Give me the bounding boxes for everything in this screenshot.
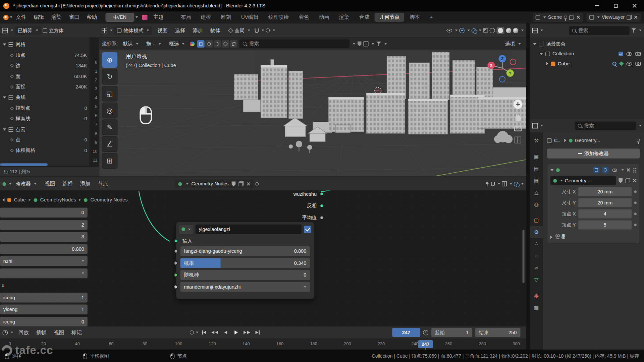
proportional-edit-icon[interactable] [266,28,270,32]
spreadsheet-row[interactable]: 面 60.0K [0,71,90,82]
chevron-down-icon[interactable] [196,331,198,333]
animate-dot-icon[interactable] [634,201,637,204]
chevron-down-icon[interactable] [521,183,524,185]
copy-icon[interactable] [238,181,244,186]
language-toggle-button[interactable]: 中/EN [106,13,135,22]
hide-viewport-icon[interactable] [626,62,632,65]
prev-keyframe-button[interactable] [210,328,220,337]
spreadsheet-row[interactable]: 体积栅格 0 [0,145,90,156]
spreadsheet-row[interactable]: 边 134K [0,61,90,71]
chevron-down-icon[interactable] [639,29,641,31]
node-dropdown-field[interactable]: miandemianji-xdayujunzhi [180,282,310,292]
spreadsheet-editor-icon[interactable] [2,28,8,33]
scene-selector[interactable]: Scene [533,13,583,22]
filter-icon[interactable] [631,28,636,33]
chevron-down-icon[interactable] [521,29,524,31]
lasso-select-toggle[interactable] [214,40,221,47]
frame-end-field[interactable]: 结束 250 [475,328,521,337]
pan-hand-icon[interactable] [515,114,521,121]
navigation-gizmo[interactable]: Z X Y [487,53,520,86]
animate-dot-icon[interactable] [634,190,637,193]
ortho-grid-icon[interactable] [515,137,521,143]
manage-section[interactable]: 管理 [550,234,637,241]
jump-end-button[interactable] [253,328,262,337]
options-dropdown[interactable]: 选项 [502,40,524,48]
chevron-down-icon[interactable] [639,125,641,126]
cube-object-row[interactable]: Cube [530,59,644,68]
jump-start-button[interactable] [199,328,209,337]
play-button[interactable] [231,328,241,337]
realtime-toggle[interactable] [602,167,609,173]
sidebar-dropdown[interactable] [0,268,88,278]
spreadsheet-row[interactable]: 曲线 [0,92,90,103]
viewport-tool-button[interactable]: ⊞ [102,153,118,169]
spreadsheet-row[interactable]: 控制点 0 [0,103,90,114]
socket[interactable] [174,249,178,253]
close-icon[interactable] [627,168,630,172]
menu-item[interactable]: 插帧 [33,326,50,339]
properties-tab-icon[interactable]: ▣ [530,150,543,163]
frame-start-field[interactable]: 起始 1 [431,328,472,337]
pin-icon[interactable] [637,139,640,142]
menu-item[interactable]: 节点 [94,178,112,190]
properties-tab-icon[interactable]: ◍ [530,198,543,210]
chevron-down-icon[interactable] [498,183,500,185]
chevron-down-icon[interactable] [622,169,624,171]
chevron-down-icon[interactable] [353,43,355,45]
breadcrumb-item[interactable]: GeometryNodes [40,197,76,203]
copy-icon[interactable] [569,15,574,20]
breadcrumb-object[interactable]: C... [554,137,562,143]
expand-icon[interactable] [550,169,554,171]
node-group-name-field[interactable]: Geometry ... [550,176,616,185]
visibility-icon[interactable] [446,28,452,32]
zoom-icon[interactable] [514,100,523,109]
snap-icon[interactable] [255,28,259,33]
viewlayer-selector[interactable]: ViewLayer [587,13,641,22]
node-editor-icon[interactable] [2,182,6,186]
workspace-tab[interactable]: 合成 [355,13,374,22]
properties-tab-icon[interactable]: ◌ [530,250,543,262]
properties-search-input[interactable]: 搜索 [575,121,636,130]
close-button[interactable] [625,0,644,11]
back-icon[interactable] [2,198,4,201]
sidebar-field[interactable]: 0 [0,208,88,218]
breadcrumb-modifier[interactable]: Geometry... [575,137,600,143]
close-icon[interactable] [247,182,250,186]
animate-dot-icon[interactable] [634,213,637,215]
menu-item[interactable]: 选择 [59,178,76,190]
sidebar-field[interactable]: 0.800 [0,244,88,254]
workspace-tab[interactable]: 纹理喷绘 [264,13,293,22]
sidebar-field[interactable]: iceng0 [0,317,88,326]
copy-icon[interactable] [627,15,632,20]
rendered-shading-icon[interactable] [513,28,518,33]
snap-icon[interactable] [491,182,495,186]
chevron-down-icon[interactable] [136,16,138,18]
outliner-search-input[interactable]: 搜索 [569,26,630,35]
workspace-tab[interactable]: 布局 [176,13,196,22]
properties-tab-icon[interactable]: ∞ [530,262,543,274]
camera-view-icon[interactable] [514,126,522,131]
collection-row[interactable]: Collection [530,49,644,59]
viewport-tool-button[interactable]: ✎ [102,119,118,135]
node-value-field[interactable]: 随机种 0 [180,270,310,280]
sidebar-field[interactable]: 2 [0,220,88,230]
disable-render-icon[interactable] [635,62,641,65]
workspace-tab[interactable]: UV编辑 [236,13,263,22]
field-value[interactable]: 20 mm [578,187,632,196]
material-shading-icon[interactable] [506,28,512,33]
extra-toggle-1[interactable] [230,40,237,47]
timeline-ruler[interactable]: 0204060801001201401601802002202402602803… [0,339,526,350]
add-modifier-button[interactable]: 添加修改器 [547,148,640,158]
drag-dropdown[interactable]: 拖... [144,40,164,48]
menu-item[interactable]: 回放 [15,326,33,339]
properties-tab-icon[interactable]: ▤ [530,163,543,175]
dataset-dropdown[interactable]: 已解算 [15,26,41,35]
collection-checkbox[interactable] [619,52,623,56]
filter-icon[interactable] [376,42,381,46]
node-icon-dropdown[interactable] [179,225,193,234]
menu-item[interactable]: 添加 [189,24,207,37]
spreadsheet-row[interactable]: 样条线 0 [0,114,90,124]
breadcrumb-item[interactable]: Geometry Nodes [90,197,127,203]
pin-icon[interactable] [255,182,259,186]
go-parent-tree-icon[interactable] [485,181,489,186]
